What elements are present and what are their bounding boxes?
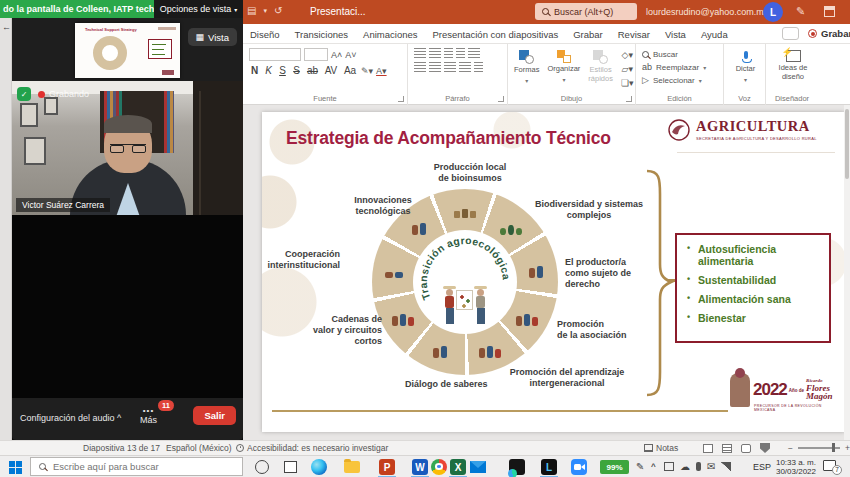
italic-button[interactable]: K	[263, 65, 274, 76]
view-options-button[interactable]: Opciones de vista ▾	[154, 0, 243, 18]
task-view-icon[interactable]	[284, 461, 297, 473]
ribbon-display-options-icon[interactable]	[824, 6, 835, 17]
battery-indicator[interactable]: 99%	[600, 460, 629, 474]
zoom-out-icon[interactable]: −	[788, 443, 793, 453]
start-button[interactable]	[9, 461, 22, 474]
tab-diseno[interactable]: Diseño	[250, 29, 280, 40]
increase-font-icon[interactable]: A˄	[331, 50, 342, 60]
mail-taskbar-icon[interactable]	[470, 461, 486, 473]
tab-revisar[interactable]: Revisar	[618, 29, 650, 40]
shape-fill-icon[interactable]: ◇▾	[622, 50, 633, 60]
ideas-de-diseno-button[interactable]: Ideas de diseño	[772, 48, 814, 81]
slideshow-view-button[interactable]	[760, 443, 770, 453]
taskbar-search[interactable]	[30, 457, 243, 476]
slide-sorter-view-button[interactable]	[722, 444, 732, 453]
network-tray-icon[interactable]	[721, 462, 731, 471]
buscar-button[interactable]: Buscar	[642, 50, 719, 59]
strikethrough-button[interactable]: S	[291, 65, 302, 76]
change-case-button[interactable]: Aa	[342, 65, 358, 76]
align-left-icon[interactable]	[414, 62, 426, 72]
excel-taskbar-icon[interactable]: X	[450, 459, 466, 475]
cortana-icon[interactable]	[255, 460, 269, 474]
align-right-icon[interactable]	[444, 62, 456, 72]
update-tray-icon[interactable]	[664, 462, 674, 471]
mail-tray-icon[interactable]: ✉	[707, 461, 715, 472]
microphone-tray-icon[interactable]	[696, 462, 701, 471]
spacing-button[interactable]: ab	[305, 65, 320, 76]
l-app-taskbar-icon[interactable]: L	[541, 459, 557, 475]
comments-icon[interactable]	[782, 27, 799, 40]
ppt-search-box[interactable]	[535, 3, 637, 20]
slide-scrollbar[interactable]	[844, 105, 850, 440]
replace-icon: ab	[642, 62, 652, 72]
normal-view-button[interactable]	[703, 444, 713, 453]
onedrive-tray-icon[interactable]: ☁	[680, 461, 690, 472]
tab-animaciones[interactable]: Animaciones	[363, 29, 417, 40]
dibujo-dialog-launcher[interactable]	[626, 96, 632, 102]
back-arrow-icon[interactable]: ←	[2, 22, 11, 32]
zoom-taskbar-icon[interactable]	[571, 459, 587, 475]
tab-presentacion[interactable]: Presentación con diapositivas	[432, 29, 558, 40]
bullets-icon[interactable]	[414, 48, 426, 58]
font-name-dropdown[interactable]	[249, 48, 301, 61]
file-explorer-icon[interactable]	[344, 461, 360, 473]
justify-icon[interactable]	[459, 62, 471, 72]
char-spacing-button[interactable]: AV	[323, 65, 339, 76]
fuente-dialog-launcher[interactable]	[398, 96, 404, 102]
parrafo-dialog-launcher[interactable]	[498, 96, 504, 102]
account-email[interactable]: lourdesrudino@yahoo.com.mx	[646, 7, 768, 17]
security-shield-icon[interactable]: ✓	[17, 87, 31, 101]
powerpoint-taskbar-icon[interactable]: P	[379, 459, 395, 475]
underline-button[interactable]: S	[277, 65, 288, 76]
shape-outline-icon[interactable]: ▱▾	[622, 64, 633, 74]
undo-icon[interactable]: ↺	[274, 5, 282, 16]
dictar-button[interactable]: Dictar ▾	[730, 48, 761, 83]
line-spacing-icon[interactable]	[468, 48, 480, 58]
decrease-font-icon[interactable]: A˅	[345, 50, 356, 60]
highlight-pen-icon[interactable]: ✎▾	[361, 66, 373, 76]
numbering-icon[interactable]	[429, 48, 441, 58]
indent-increase-icon[interactable]	[456, 48, 465, 58]
reemplazar-button[interactable]: ab Reemplazar▾	[642, 62, 719, 72]
seleccionar-button[interactable]: ▷ Seleccionar▾	[642, 75, 719, 85]
bold-button[interactable]: N	[249, 65, 260, 76]
language-status[interactable]: Español (México)	[166, 443, 232, 453]
language-indicator[interactable]: ESP	[753, 462, 771, 472]
accessibility-status[interactable]: Accesibilidad: es necesario investigar	[236, 443, 388, 453]
word-taskbar-icon[interactable]: W	[412, 459, 428, 475]
leave-meeting-button[interactable]: Salir	[193, 406, 236, 425]
taskbar-search-input[interactable]	[53, 461, 223, 472]
save-icon[interactable]: ▤	[247, 5, 256, 16]
account-avatar[interactable]: L	[763, 2, 783, 22]
ppt-search-input[interactable]	[554, 7, 634, 17]
chevron-down-icon[interactable]: ▾	[263, 7, 267, 15]
shape-effects-icon[interactable]: ❏▾	[621, 78, 634, 88]
audio-settings-button[interactable]: Configuración del audio ^	[20, 413, 121, 423]
pen-mode-icon[interactable]: ✎	[796, 5, 805, 18]
font-color-icon[interactable]: A▾	[376, 66, 387, 76]
columns-icon[interactable]	[474, 62, 483, 72]
font-size-dropdown[interactable]	[304, 48, 328, 61]
zoom-in-icon[interactable]: +	[845, 443, 850, 453]
quick-access-toolbar[interactable]: ▤ ▾ ↺	[247, 5, 282, 16]
vista-button[interactable]: ▦ Vista	[188, 28, 237, 46]
tab-transiciones[interactable]: Transiciones	[295, 29, 349, 40]
zoom-handle[interactable]	[832, 443, 835, 452]
tab-ayuda[interactable]: Ayuda	[701, 29, 728, 40]
chrome-taskbar-icon[interactable]	[431, 459, 447, 475]
zoom-slider[interactable]: − +	[788, 443, 850, 453]
tab-grabar[interactable]: Grabar	[573, 29, 603, 40]
taskbar-clock[interactable]: 10:33 a. m. 30/03/2022	[770, 458, 816, 476]
tab-vista[interactable]: Vista	[665, 29, 686, 40]
webex-taskbar-icon[interactable]	[509, 459, 525, 475]
edge-icon[interactable]	[311, 459, 327, 475]
pen-tray-icon[interactable]: ✎	[636, 461, 644, 472]
align-center-icon[interactable]	[429, 62, 441, 72]
more-button[interactable]: ••• Más	[140, 406, 157, 425]
hidden-icons-chevron[interactable]: ^	[651, 462, 656, 471]
system-tray[interactable]: ☁ ✉	[664, 461, 731, 472]
notes-toggle[interactable]: Notas	[644, 443, 678, 453]
record-button[interactable]: Grabar	[808, 28, 850, 39]
indent-decrease-icon[interactable]	[444, 48, 453, 58]
reading-view-button[interactable]	[741, 444, 751, 453]
